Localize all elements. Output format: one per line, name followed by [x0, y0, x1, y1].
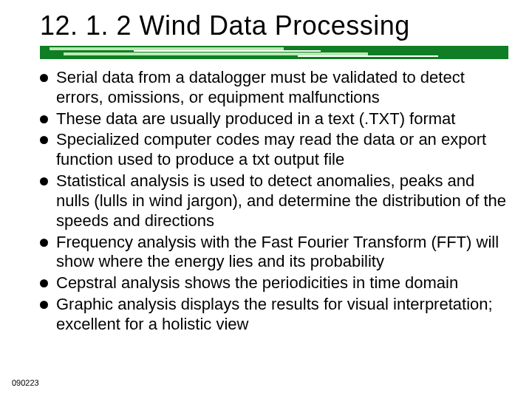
- bullet-list: Serial data from a datalogger must be va…: [40, 68, 508, 335]
- bullet-icon: [40, 301, 48, 309]
- list-item: These data are usually produced in a tex…: [40, 109, 508, 129]
- list-item-text: Frequency analysis with the Fast Fourier…: [56, 233, 499, 271]
- bullet-icon: [40, 239, 48, 247]
- bullet-icon: [40, 74, 48, 82]
- footer-code: 090223: [12, 378, 39, 387]
- list-item-text: Graphic analysis displays the results fo…: [56, 295, 493, 333]
- list-item-text: Statistical analysis is used to detect a…: [56, 171, 506, 230]
- slide: 12. 1. 2 Wind Data Processing Serial dat…: [0, 0, 532, 399]
- list-item: Cepstral analysis shows the periodicitie…: [40, 273, 508, 293]
- bullet-icon: [40, 115, 48, 123]
- list-item: Statistical analysis is used to detect a…: [40, 171, 508, 231]
- list-item-text: Serial data from a datalogger must be va…: [56, 68, 465, 106]
- list-item: Serial data from a datalogger must be va…: [40, 68, 508, 108]
- list-item: Graphic analysis displays the results fo…: [40, 295, 508, 335]
- list-item: Specialized computer codes may read the …: [40, 130, 508, 170]
- list-item-text: Cepstral analysis shows the periodicitie…: [56, 273, 458, 292]
- bullet-icon: [40, 279, 48, 287]
- title-rule: [40, 46, 508, 59]
- slide-title: 12. 1. 2 Wind Data Processing: [40, 10, 508, 41]
- list-item: Frequency analysis with the Fast Fourier…: [40, 233, 508, 273]
- bullet-icon: [40, 136, 48, 144]
- list-item-text: Specialized computer codes may read the …: [56, 130, 486, 168]
- list-item-text: These data are usually produced in a tex…: [56, 109, 455, 128]
- bullet-icon: [40, 177, 48, 185]
